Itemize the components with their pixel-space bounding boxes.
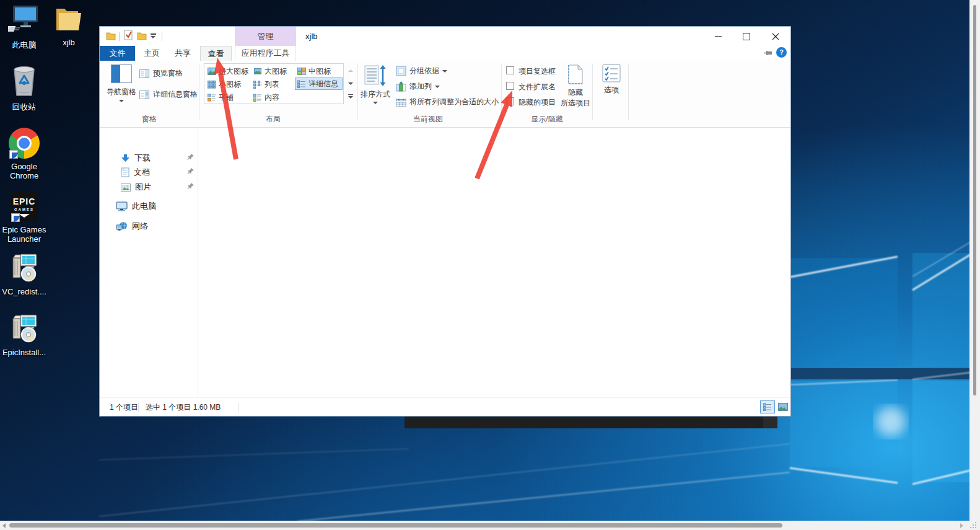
navigation-pane-icon bbox=[111, 64, 132, 83]
documents-icon bbox=[121, 167, 129, 177]
maximize-icon bbox=[743, 33, 750, 40]
qat-separator bbox=[119, 32, 120, 41]
qat-new-folder-button[interactable] bbox=[137, 32, 147, 43]
scroll-right-arrow-icon[interactable] bbox=[960, 523, 963, 528]
desktop-icon-epicinstall[interactable]: EpicInstall... bbox=[0, 310, 48, 357]
qat-properties-button[interactable] bbox=[123, 30, 133, 43]
sort-by-icon bbox=[364, 64, 387, 87]
shortcut-arrow-badge bbox=[11, 213, 20, 222]
hide-selected-items-button[interactable]: 隐藏 所选项目 bbox=[558, 62, 593, 112]
sidebar-item-pictures[interactable]: 图片 bbox=[121, 182, 151, 193]
this-pc-icon bbox=[8, 4, 40, 36]
sidebar-item-downloads[interactable]: 下载 bbox=[121, 152, 151, 164]
layout-item-list[interactable]: 列表 bbox=[252, 78, 297, 91]
list-icon bbox=[253, 81, 262, 89]
desktop-icon-epic-games[interactable]: EPIC GAMES Epic Games Launcher bbox=[0, 190, 48, 244]
help-button[interactable]: ? bbox=[776, 47, 787, 58]
group-by-button[interactable]: 分组依据 bbox=[396, 66, 447, 76]
item-checkboxes-checkbox[interactable] bbox=[506, 66, 514, 74]
group-label-current-view: 当前视图 bbox=[378, 114, 478, 125]
desktop-icon-this-pc[interactable]: 此电脑 bbox=[0, 4, 48, 50]
close-button[interactable] bbox=[761, 27, 790, 46]
scroll-left-arrow-icon[interactable] bbox=[2, 523, 6, 528]
group-label-layout: 布局 bbox=[224, 114, 323, 125]
layout-item-content[interactable]: 内容 bbox=[252, 91, 297, 104]
group-separator bbox=[628, 64, 629, 120]
group-label-panes: 窗格 bbox=[125, 114, 174, 125]
pin-icon[interactable] bbox=[187, 167, 195, 175]
details-view-button[interactable] bbox=[760, 400, 775, 413]
group-separator bbox=[501, 64, 502, 120]
tab-application-tools[interactable]: 应用程序工具 bbox=[235, 46, 296, 61]
folder-icon bbox=[54, 5, 84, 33]
gallery-scroll-down-button[interactable] bbox=[346, 77, 354, 89]
preview-pane-button[interactable]: 预览窗格 bbox=[139, 68, 183, 79]
preview-pane-icon bbox=[139, 69, 149, 78]
tab-share[interactable]: 共享 bbox=[168, 46, 198, 61]
details-view-icon bbox=[297, 80, 306, 88]
tab-view[interactable]: 查看 bbox=[200, 46, 232, 61]
layout-item-tiles[interactable]: 平铺 bbox=[206, 91, 251, 104]
qat-customize-button[interactable] bbox=[151, 33, 156, 38]
navigation-pane-button[interactable]: 导航窗格 bbox=[105, 63, 138, 110]
hidden-items-label: 隐藏的项目 bbox=[518, 97, 556, 108]
gallery-scroll-up-button[interactable] bbox=[346, 64, 354, 76]
desktop-icon-label: xjlb bbox=[45, 38, 93, 47]
desktop-icon-vc-redist[interactable]: VC_redist.... bbox=[0, 249, 48, 296]
pin-ribbon-icon[interactable] bbox=[764, 49, 773, 57]
background-window-strip-tip bbox=[763, 415, 777, 428]
close-icon bbox=[772, 33, 779, 40]
desktop-icon-chrome[interactable]: Google Chrome bbox=[0, 126, 48, 181]
group-separator bbox=[357, 64, 358, 120]
desktop-icon-label: VC_redist.... bbox=[0, 287, 48, 296]
ribbon-tab-row: 文件 主页 共享 查看 应用程序工具 ? bbox=[100, 46, 790, 61]
large-icons-view-button[interactable] bbox=[777, 402, 789, 412]
viewer-vertical-scrollbar[interactable] bbox=[969, 0, 980, 530]
horizontal-scrollbar-thumb[interactable] bbox=[9, 523, 782, 528]
small-icons-icon bbox=[208, 81, 216, 89]
content-icon bbox=[253, 94, 262, 102]
options-icon bbox=[602, 64, 621, 82]
sidebar-item-this-pc[interactable]: 此电脑 bbox=[116, 201, 156, 212]
options-button[interactable]: 选项 bbox=[595, 62, 628, 109]
pin-icon[interactable] bbox=[187, 182, 195, 190]
desktop-icon-label: EpicInstall... bbox=[0, 348, 48, 357]
chevron-down-icon bbox=[435, 86, 440, 88]
add-columns-icon bbox=[396, 81, 406, 92]
tab-file[interactable]: 文件 bbox=[100, 46, 135, 61]
background-window-strip bbox=[405, 415, 777, 428]
sort-by-button[interactable]: 排序方式 bbox=[360, 63, 391, 110]
layout-item-extra-large-icons[interactable]: 超大图标 bbox=[206, 65, 251, 77]
sidebar-item-network[interactable]: 网络 bbox=[116, 221, 148, 232]
chevron-down-icon bbox=[373, 102, 378, 104]
pin-icon[interactable] bbox=[187, 153, 195, 161]
size-all-columns-button[interactable]: 将所有列调整为合适的大小 bbox=[396, 97, 499, 107]
layout-item-details[interactable]: 详细信息 bbox=[295, 77, 343, 90]
add-columns-button[interactable]: 添加列 bbox=[396, 81, 440, 92]
vertical-scrollbar-thumb[interactable] bbox=[973, 5, 976, 395]
manage-context-group[interactable]: 管理 bbox=[235, 27, 296, 46]
layout-item-small-icons[interactable]: 小图标 bbox=[206, 78, 251, 91]
gallery-more-button[interactable] bbox=[346, 91, 354, 102]
file-list-area[interactable] bbox=[198, 128, 790, 397]
file-extensions-checkbox[interactable] bbox=[506, 82, 514, 90]
viewer-horizontal-scrollbar[interactable] bbox=[0, 521, 980, 530]
desktop-icon-recycle-bin[interactable]: 回收站 bbox=[0, 64, 48, 112]
recycle-bin-icon bbox=[8, 64, 40, 98]
hidden-items-checkbox[interactable] bbox=[506, 97, 514, 105]
details-pane-button[interactable]: 详细信息窗格 bbox=[139, 89, 198, 100]
chevron-down-icon bbox=[151, 36, 155, 38]
layout-item-large-icons[interactable]: 大图标 bbox=[252, 65, 297, 77]
explorer-window-icon bbox=[106, 32, 116, 40]
desktop-icon-label: 此电脑 bbox=[0, 40, 48, 50]
minimize-button[interactable] bbox=[704, 27, 732, 46]
group-by-icon bbox=[396, 66, 406, 76]
tab-home[interactable]: 主页 bbox=[138, 46, 165, 61]
resize-grip-icon[interactable] bbox=[969, 521, 978, 529]
status-separator bbox=[138, 403, 139, 412]
layout-item-medium-icons[interactable]: 中图标 bbox=[295, 65, 341, 77]
size-all-columns-icon bbox=[396, 97, 406, 107]
maximize-button[interactable] bbox=[732, 27, 761, 46]
desktop-icon-xjlb-folder[interactable]: xjlb bbox=[45, 5, 93, 47]
sidebar-item-documents[interactable]: 文档 bbox=[121, 167, 150, 178]
